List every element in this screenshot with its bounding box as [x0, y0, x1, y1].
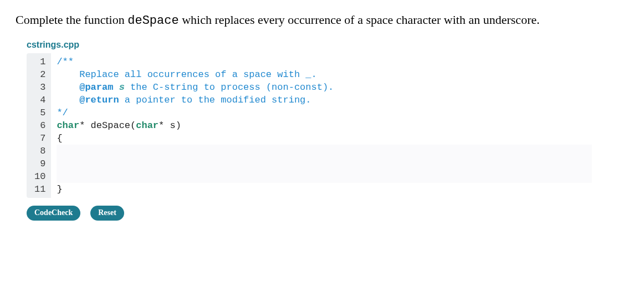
- code-line[interactable]: [57, 145, 592, 157]
- prompt-prefix: Complete the function: [16, 13, 127, 27]
- code-line: /**: [57, 55, 592, 68]
- code-token: [57, 95, 79, 105]
- button-row: CodeCheck Reset: [27, 206, 628, 221]
- code-token: * deSpace(: [79, 120, 136, 131]
- line-number: 9: [34, 157, 45, 170]
- code-token: {: [57, 133, 62, 144]
- code-token: @param: [79, 82, 113, 93]
- line-number: 8: [34, 145, 45, 157]
- code-line: Replace all occurrences of a space with …: [57, 68, 592, 81]
- code-line: }: [57, 183, 592, 196]
- code-token: s: [119, 82, 125, 93]
- code-token: /**: [57, 57, 74, 67]
- reset-button[interactable]: Reset: [90, 206, 124, 221]
- code-token: [113, 82, 119, 93]
- code-token: the C-string to process (non-const).: [125, 82, 334, 93]
- line-number: 7: [34, 132, 45, 145]
- code-token: char: [136, 120, 159, 131]
- code-line[interactable]: [57, 170, 592, 183]
- code-token: * s): [159, 120, 181, 131]
- code-line: */: [57, 106, 592, 119]
- line-number: 10: [34, 170, 45, 183]
- code-area[interactable]: /** Replace all occurrences of a space w…: [51, 53, 592, 198]
- line-number: 3: [34, 81, 45, 94]
- code-line: {: [57, 132, 592, 145]
- line-number: 2: [34, 68, 45, 81]
- code-token: char: [57, 120, 79, 131]
- line-number: 6: [34, 119, 45, 132]
- problem-prompt: Complete the function deSpace which repl…: [16, 11, 628, 30]
- code-editor[interactable]: 1234567891011 /** Replace all occurrence…: [27, 53, 592, 198]
- code-line[interactable]: [57, 157, 592, 170]
- line-number-gutter: 1234567891011: [27, 53, 51, 198]
- prompt-suffix: which replaces every occurrence of a spa…: [179, 13, 540, 27]
- code-token: Replace all occurrences of a space with …: [57, 69, 316, 80]
- line-number: 1: [34, 55, 45, 68]
- code-token: }: [57, 184, 62, 195]
- codecheck-button[interactable]: CodeCheck: [27, 206, 80, 221]
- code-token: [57, 82, 79, 93]
- code-token: */: [57, 108, 68, 118]
- line-number: 11: [34, 183, 45, 196]
- line-number: 4: [34, 94, 45, 106]
- code-token: @return: [79, 95, 119, 105]
- code-token: a pointer to the modified string.: [119, 95, 311, 105]
- code-line: @param s the C-string to process (non-co…: [57, 81, 592, 94]
- code-line: @return a pointer to the modified string…: [57, 94, 592, 106]
- line-number: 5: [34, 106, 45, 119]
- prompt-func: deSpace: [127, 14, 178, 28]
- code-line: char* deSpace(char* s): [57, 119, 592, 132]
- filename-label: cstrings.cpp: [27, 40, 628, 50]
